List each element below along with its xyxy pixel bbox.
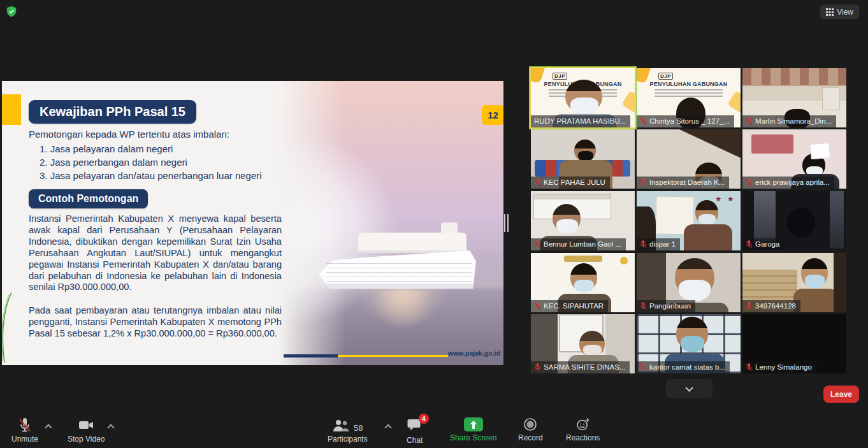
muted-mic-icon — [746, 363, 753, 372]
muted-mic-icon — [640, 178, 647, 187]
participant-name: Garoga — [742, 238, 784, 250]
participant-tile[interactable]: Garoga — [742, 191, 846, 250]
participant-name: Inspektorat Daerah K... — [637, 177, 729, 189]
list-item: Jasa pelayaran dalam negeri — [40, 142, 262, 155]
muted-mic-icon — [746, 302, 753, 310]
list-item: Jasa pelayaran dan/atau penerbangan luar… — [40, 169, 262, 182]
muted-mic-icon — [746, 117, 753, 126]
slide-website: www.pajak.go.id — [448, 349, 500, 357]
view-button[interactable]: View — [820, 4, 859, 19]
participant-name: Pangaribuan — [637, 300, 695, 312]
muted-mic-icon — [17, 417, 33, 433]
chat-label: Chat — [407, 436, 423, 445]
chat-button[interactable]: 4 Chat — [407, 417, 423, 445]
participant-name: SARMA SIHITE DINAS... — [531, 361, 630, 373]
participant-tile[interactable]: Marlin Simamora_Din... — [742, 68, 846, 127]
participant-name: RUDY PRATAMA HASIBU... — [531, 115, 630, 127]
participant-tile[interactable]: DJP PENYULUHAN GABUNGAN RUDY PRATAMA HAS… — [531, 68, 635, 127]
muted-mic-icon — [640, 240, 647, 249]
video-options-chevron[interactable] — [107, 424, 114, 431]
stop-video-label: Stop Video — [68, 435, 105, 444]
share-screen-label: Share Screen — [450, 433, 496, 442]
muted-mic-icon — [640, 363, 647, 372]
participant-name: KEC. SIPAHUTAR — [531, 300, 608, 312]
participant-tile[interactable]: Bennur Lumban Gaol ... — [531, 191, 635, 250]
chevron-down-icon — [685, 384, 693, 392]
slide-paragraph: Instansi Pemerintah Kabupaten X menyewa … — [29, 213, 282, 293]
grid-view-icon — [826, 8, 834, 16]
participant-name: 3497644128 — [742, 300, 800, 312]
list-item: Jasa penerbangan dalam negeri — [40, 155, 262, 169]
share-screen-button[interactable]: Share Screen — [450, 417, 496, 442]
participants-label: Participants — [328, 435, 368, 444]
participant-tile[interactable]: erick prawijaya aprila... — [742, 129, 846, 189]
record-button[interactable]: Record — [518, 417, 543, 442]
participant-name: kantor camat siatas b... — [637, 361, 730, 373]
participant-tile[interactable]: KEC PAHAE JULU — [531, 129, 635, 189]
stop-video-button[interactable]: Stop Video — [68, 417, 105, 444]
participants-icon — [332, 419, 350, 433]
muted-mic-icon — [746, 178, 753, 187]
share-screen-icon — [464, 417, 483, 431]
participants-button[interactable]: 58 Participants — [328, 417, 368, 444]
slide-numbered-list: Jasa pelayaran dalam negeri Jasa penerba… — [29, 142, 262, 182]
participant-tile[interactable]: dispar 1 — [637, 191, 741, 250]
record-icon — [523, 417, 537, 431]
reactions-smiley-icon — [575, 417, 591, 431]
slide-intro-text: Pemotongan kepada WP tertentu atas imbal… — [29, 129, 229, 140]
slide-title: Kewajiban PPh Pasal 15 — [29, 100, 196, 124]
muted-mic-icon — [746, 240, 753, 249]
panel-resize-handle[interactable] — [504, 214, 509, 232]
muted-mic-icon — [534, 178, 541, 187]
participant-tile[interactable]: kantor camat siatas b... — [637, 314, 741, 373]
participant-name: Lenny Simalango — [742, 361, 816, 373]
participant-name: Chintya Sitorus _ 127_... — [637, 115, 734, 127]
muted-mic-icon — [534, 363, 541, 372]
muted-mic-icon — [534, 302, 541, 310]
unmute-label: Unmute — [11, 435, 38, 444]
participant-name: dispar 1 — [637, 238, 680, 250]
participant-tile[interactable]: SARMA SIHITE DINAS... — [531, 314, 635, 373]
chat-unread-badge: 4 — [419, 414, 429, 424]
view-button-label: View — [837, 8, 853, 17]
muted-mic-icon — [534, 240, 541, 249]
participant-name: Marlin Simamora_Din... — [742, 115, 836, 127]
participant-name: KEC PAHAE JULU — [531, 177, 610, 189]
decorative-green-curve — [2, 291, 15, 365]
unmute-button[interactable]: Unmute — [11, 417, 38, 444]
participant-tile[interactable]: Lenny Simalango — [742, 314, 846, 373]
participant-tile[interactable]: 3497644128 — [742, 253, 846, 312]
leave-button[interactable]: Leave — [823, 386, 859, 403]
participants-count: 58 — [354, 423, 363, 433]
participant-tile[interactable]: DJP PENYULUHAN GABUNGAN Chintya Sitorus … — [637, 68, 741, 127]
reactions-button[interactable]: Reactions — [566, 417, 600, 442]
sunset-ship-photo — [278, 81, 503, 365]
slide-page-number: 12 — [482, 105, 503, 125]
participant-tile[interactable]: KEC. SIPAHUTAR — [531, 253, 635, 312]
video-camera-icon — [78, 417, 94, 433]
muted-mic-icon — [640, 117, 647, 126]
slide-paragraph: Pada saat pembayaran atau terutangnya im… — [29, 305, 282, 340]
collapse-gallery-button[interactable] — [666, 379, 712, 398]
record-label: Record — [518, 433, 543, 442]
slide-accent-square — [2, 94, 21, 125]
muted-mic-icon — [640, 302, 647, 310]
meeting-toolbar: Unmute Stop Video 58 Participants — [0, 412, 868, 448]
participants-options-chevron[interactable] — [384, 424, 391, 431]
reactions-label: Reactions — [566, 433, 600, 442]
participant-name: Bennur Lumban Gaol ... — [531, 238, 626, 250]
security-shield-icon[interactable] — [6, 6, 17, 17]
slide-subtitle: Contoh Pemotongan — [29, 189, 148, 208]
shared-screen-slide: Kewajiban PPh Pasal 15 12 Pemotongan kep… — [2, 81, 503, 365]
zoom-meeting-window: View Kewajiban PPh Pasal 15 12 Pemotonga… — [0, 0, 868, 448]
mic-options-chevron[interactable] — [45, 424, 52, 431]
slide-footer-bar-yellow — [338, 355, 448, 357]
participant-tile[interactable]: Inspektorat Daerah K... — [637, 129, 741, 189]
slide-footer-bar-navy — [284, 354, 338, 358]
participant-name: erick prawijaya aprila... — [742, 177, 834, 189]
participant-tile[interactable]: Pangaribuan — [637, 253, 741, 312]
